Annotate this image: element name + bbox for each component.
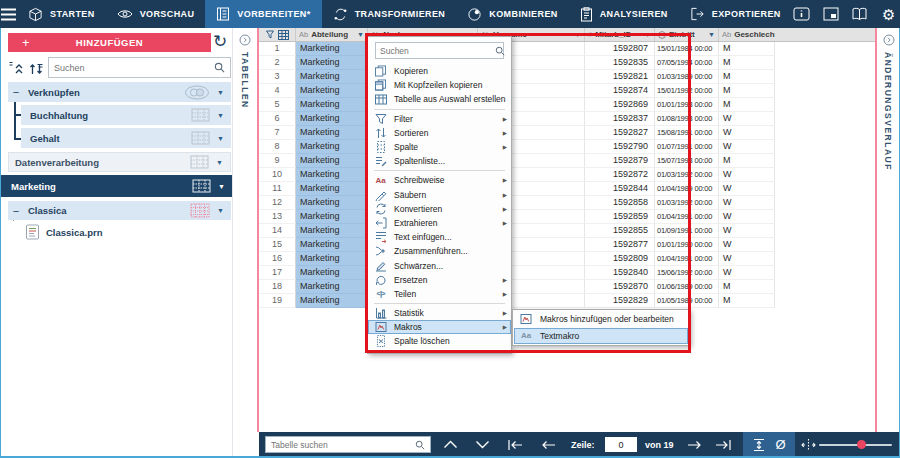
null-values-toggle-icon[interactable]: Ø [776, 438, 786, 451]
menu-item-zusammenfuehren[interactable]: Zusammenführen... [368, 244, 511, 258]
sort-order-icon[interactable] [28, 61, 44, 77]
tab-aenderungsverlauf[interactable]: ÄNDERUNGSVERLAUF [883, 52, 893, 171]
menu-item-ersetzen[interactable]: Ersetzen ▶ [368, 273, 511, 287]
table-row[interactable]: 9 Marketing 1592879 15/07/1993 00:00 M [259, 154, 875, 168]
menu-item-tabelle-aus-auswahl[interactable]: Tabelle aus Auswahl erstellen [368, 92, 511, 106]
tab-kombinieren[interactable]: KOMBINIEREN [456, 0, 568, 28]
menu-item-schwaerzen[interactable]: Schwärzen... [368, 258, 511, 272]
expand-all-icon[interactable] [8, 61, 24, 77]
tab-vorschau[interactable]: VORSCHAU [106, 0, 206, 28]
next-row-icon[interactable] [687, 432, 702, 457]
sidebar-search-input[interactable] [49, 63, 214, 73]
tree-item-classica-file[interactable]: Classica.prn [1, 222, 232, 242]
tree-item-classica[interactable]: − Classica ▼ [8, 201, 231, 220]
table-row[interactable]: 1 Marketing 1592807 15/01/1984 00:00 M [259, 42, 875, 56]
find-next-icon[interactable] [475, 432, 490, 457]
table-row[interactable]: 11 Marketing 1592844 01/04/1989 00:00 W [259, 182, 875, 196]
tab-vorbereiten[interactable]: VORBEREITEN* [205, 0, 321, 28]
collapse-icon[interactable]: − [8, 86, 24, 98]
table-row[interactable]: 6 Marketing 1592837 01/08/1993 00:00 W [259, 112, 875, 126]
chevron-down-icon[interactable]: ▼ [217, 89, 224, 96]
submenu-item-makros-bearbeiten[interactable]: Makros hinzufügen oder bearbeiten [514, 311, 688, 328]
tree-item-buchhaltung[interactable]: Buchhaltung ▼ [21, 105, 231, 125]
zoom-slider-handle[interactable] [857, 440, 866, 449]
menu-item-teilen[interactable]: <|> Teilen ▶ [368, 287, 511, 301]
zoom-slider-track[interactable] [819, 444, 892, 446]
column-header-geschlecht[interactable]: Ab Geschlecht ▼ [719, 28, 775, 41]
collapse-icon[interactable]: − [8, 205, 24, 217]
menu-item-extrahieren[interactable]: Extrahieren ▶ [368, 216, 511, 230]
table-row[interactable]: 17 Marketing 1592840 15/06/1992 00:00 W [259, 266, 875, 280]
find-previous-icon[interactable] [443, 432, 458, 457]
menu-item-schreibweise[interactable]: Aa Schreibweise ▶ [368, 173, 511, 187]
menu-item-mit-kopfzeilen-kopieren[interactable]: Mit Kopfzeilen kopieren [368, 78, 511, 92]
table-row[interactable]: 12 Marketing 1592858 01/03/1992 00:00 W [259, 196, 875, 210]
last-row-icon[interactable] [715, 432, 732, 457]
gear-icon[interactable]: ⚙ [879, 5, 899, 23]
tree-group-verknuepfen[interactable]: − Verknüpfen ▼ [8, 82, 231, 102]
chevron-down-icon[interactable]: ▼ [217, 207, 224, 214]
table-search-input[interactable] [266, 440, 415, 450]
learning-guide-icon[interactable] [850, 5, 870, 23]
fit-row-height-icon[interactable] [752, 438, 766, 452]
column-header-mitarb-id[interactable]: # Mitarb_ID ▼ [585, 28, 655, 41]
menu-item-spaltenliste[interactable]: Spaltenliste... [368, 154, 511, 168]
table-corner-filter-icon[interactable] [259, 28, 296, 41]
chevron-down-icon[interactable]: ▼ [216, 159, 223, 166]
first-row-icon[interactable] [507, 432, 524, 457]
table-row[interactable]: 18 Marketing 1592870 01/06/1989 00:00 M [259, 280, 875, 294]
pin-panel-icon[interactable] [239, 34, 251, 46]
column-menu-caret-icon[interactable]: ▼ [708, 31, 715, 38]
hamburger-menu-icon[interactable] [0, 0, 17, 28]
table-row[interactable]: 19 Marketing 1592829 01/05/1989 00:00 M [259, 294, 875, 308]
table-row[interactable]: 15 Marketing 1592877 01/01/1990 00:00 W [259, 238, 875, 252]
menu-item-makros[interactable]: Makros ▶ [368, 320, 511, 334]
previous-row-icon[interactable] [541, 432, 556, 457]
refresh-icon[interactable]: ↻ [213, 31, 227, 52]
tab-transformieren[interactable]: TRANSFORMIEREN [322, 0, 457, 28]
menu-item-text-einfuegen[interactable]: Text einfügen... [368, 230, 511, 244]
menu-item-saeubern[interactable]: Säubern ▶ [368, 188, 511, 202]
table-row[interactable]: 14 Marketing 1592855 01/09/1991 00:00 W [259, 224, 875, 238]
window-layout-icon[interactable] [821, 5, 841, 23]
tree-group-datenverarbeitung[interactable]: Datenverarbeitung ▼ [8, 152, 231, 172]
add-table-button[interactable]: + HINZUFÜGEN [8, 33, 211, 52]
chevron-down-icon[interactable]: ▼ [217, 135, 224, 142]
menu-item-spalte[interactable]: Spalte ▶ [368, 140, 511, 154]
menu-item-statistik[interactable]: Statistik ▶ [368, 306, 511, 320]
pin-panel-icon[interactable] [883, 34, 895, 46]
fit-columns-icon[interactable] [801, 432, 816, 457]
table-row[interactable]: 8 Marketing 1592790 01/07/1991 00:00 W [259, 140, 875, 154]
column-header-abteilung[interactable]: Ab Abteilung ▼ [296, 28, 368, 41]
menu-search-input[interactable] [376, 46, 495, 56]
table-row[interactable]: 16 Marketing 1592809 01/04/1991 00:00 W [259, 252, 875, 266]
chevron-down-icon[interactable]: ▼ [218, 183, 225, 190]
menu-item-filter[interactable]: Filter ▶ [368, 112, 511, 126]
table-grid-icon [192, 179, 211, 193]
chevron-down-icon[interactable]: ▼ [217, 112, 224, 119]
table-row[interactable]: 5 Marketing 1592869 01/01/1993 00:00 M [259, 98, 875, 112]
table-row[interactable]: 7 Marketing 1592827 15/08/1991 00:00 W [259, 126, 875, 140]
table-row[interactable]: 2 Marketing 1592835 07/05/1994 00:00 M [259, 56, 875, 70]
row-number-input[interactable] [605, 437, 637, 452]
table-row[interactable]: 4 Marketing 1592874 15/01/1992 00:00 M [259, 84, 875, 98]
tree-item-gehalt[interactable]: Gehalt ▼ [21, 128, 231, 148]
menu-item-spalte-loeschen[interactable]: Spalte löschen [368, 334, 511, 348]
menu-item-sortieren[interactable]: Sortieren ▶ [368, 126, 511, 140]
info-icon[interactable] [792, 5, 812, 23]
tab-exportieren[interactable]: EXPORTIEREN [679, 0, 792, 28]
column-menu-caret-icon[interactable]: ▼ [574, 31, 581, 38]
table-row[interactable]: 3 Marketing 1592821 01/03/1989 00:00 M [259, 70, 875, 84]
table-row[interactable]: 10 Marketing 1592872 01/03/1992 00:00 W [259, 168, 875, 182]
menu-item-kopieren[interactable]: Kopieren [368, 64, 511, 78]
table-row[interactable]: 13 Marketing 1592859 01/04/1991 00:00 W [259, 210, 875, 224]
submenu-item-textmakro[interactable]: Aa Textmakro [514, 328, 688, 345]
column-menu-caret-icon[interactable]: ▼ [357, 31, 364, 38]
tree-group-marketing-selected[interactable]: Marketing ▼ [1, 175, 232, 197]
tab-starten[interactable]: STARTEN [17, 0, 106, 28]
column-menu-caret-icon[interactable]: ▼ [644, 31, 651, 38]
tab-tabellen[interactable]: TABELLEN [240, 52, 250, 109]
menu-item-konvertieren[interactable]: Konvertieren ▶ [368, 202, 511, 216]
column-header-eintritt[interactable]: Eintritt ▼ [655, 28, 719, 41]
tab-analysieren[interactable]: ANALYSIEREN [569, 0, 679, 28]
